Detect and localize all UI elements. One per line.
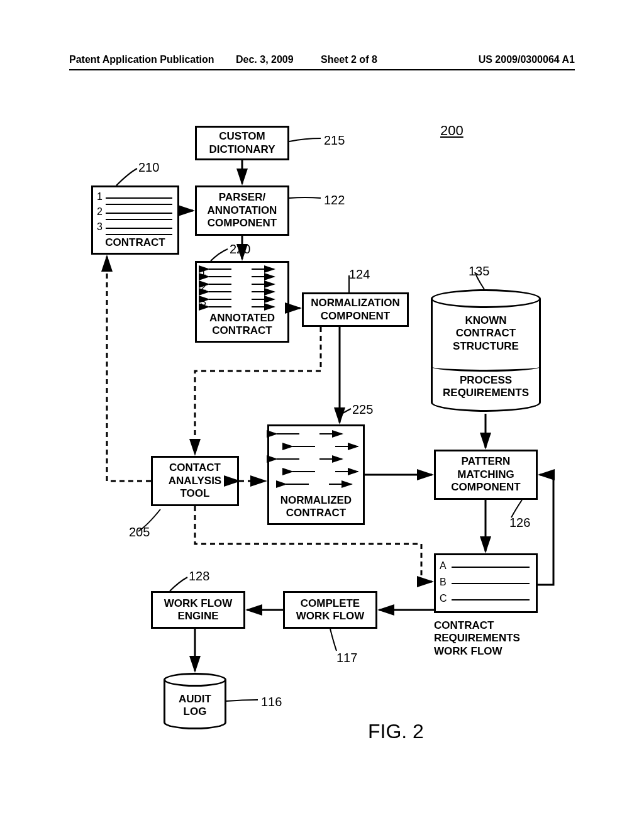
publication-number: US 2009/0300064 A1 xyxy=(479,54,575,65)
figure-2-diagram: CUSTOM DICTIONARY 215 1 2 3 CONTRACT 210… xyxy=(69,107,572,786)
publication-type: Patent Application Publication xyxy=(69,54,214,65)
publication-date: Dec. 3, 2009 xyxy=(236,54,294,65)
connector-arrows xyxy=(69,107,572,786)
header-rule xyxy=(69,69,575,70)
sheet-number: Sheet 2 of 8 xyxy=(321,54,377,65)
page-header: Patent Application Publication Dec. 3, 2… xyxy=(0,54,644,65)
